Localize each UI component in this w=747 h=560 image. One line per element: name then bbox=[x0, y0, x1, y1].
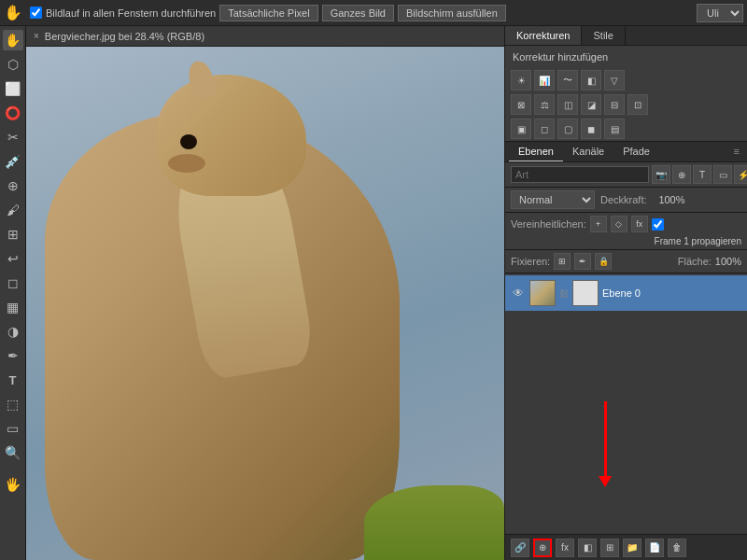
new-layer-btn[interactable]: ⊕ bbox=[533, 539, 552, 557]
unify-position-icon[interactable]: + bbox=[590, 216, 607, 232]
filter-adjust-icon[interactable]: ⊕ bbox=[672, 165, 691, 184]
select-tool[interactable]: ⬡ bbox=[3, 54, 23, 75]
corr-invert[interactable]: ▣ bbox=[511, 119, 531, 139]
tab-kanaele[interactable]: Kanäle bbox=[563, 142, 613, 161]
corr-posterize[interactable]: ◻ bbox=[534, 119, 555, 139]
corr-hsl[interactable]: ⊠ bbox=[511, 94, 531, 115]
corr-blackwhite[interactable]: ◫ bbox=[557, 94, 578, 115]
corrections-icons-row2: ⊠ ⚖ ◫ ◪ ⊟ ⊡ bbox=[505, 92, 747, 117]
llama-nose bbox=[168, 154, 205, 173]
tab-ebenen[interactable]: Ebenen bbox=[509, 142, 563, 161]
fill-value: 100% bbox=[715, 256, 741, 267]
layers-blending-row: Normal Deckkraft: 100% bbox=[505, 188, 747, 213]
bildlauf-checkbox[interactable] bbox=[30, 7, 42, 19]
text-tool[interactable]: T bbox=[3, 370, 23, 390]
corr-curves[interactable]: 〜 bbox=[557, 70, 578, 91]
corr-collorlookup[interactable]: ⊡ bbox=[627, 94, 648, 115]
rect-select-tool[interactable]: ⬜ bbox=[3, 78, 23, 99]
delete-layer-btn[interactable]: 🗑 bbox=[668, 539, 686, 557]
clone-tool[interactable]: ⊞ bbox=[3, 224, 23, 245]
shape-tool[interactable]: ▭ bbox=[3, 418, 23, 439]
propagate-checkbox[interactable] bbox=[652, 218, 664, 231]
llama-eye bbox=[180, 134, 197, 149]
main-layout: ✋ ⬡ ⬜ ⭕ ✂ 💉 ⊕ 🖌 ⊞ ↩ ◻ ▦ ◑ ✒ T ⬚ ▭ 🔍 🖐 × … bbox=[0, 26, 747, 560]
filter-smart-icon[interactable]: ⚡ bbox=[734, 165, 747, 184]
unify-label: Vereinheitlichen: bbox=[511, 218, 586, 230]
canvas-title: Bergviecher.jpg bei 28.4% (RGB/8) bbox=[45, 31, 204, 42]
link-layers-btn[interactable]: 🔗 bbox=[511, 539, 529, 557]
layers-panel-menu[interactable]: ≡ bbox=[730, 142, 743, 161]
lock-pixels-icon[interactable]: ⊞ bbox=[554, 253, 571, 270]
corr-vibrance[interactable]: ▽ bbox=[604, 70, 625, 91]
canvas-content[interactable] bbox=[26, 47, 504, 560]
layer-style-btn[interactable]: fx bbox=[556, 539, 574, 557]
adjustment-btn[interactable]: ⊞ bbox=[600, 539, 619, 557]
dodge-tool[interactable]: ◑ bbox=[3, 321, 23, 342]
gradient-tool[interactable]: ▦ bbox=[3, 297, 23, 317]
eraser-tool[interactable]: ◻ bbox=[3, 273, 23, 293]
tab-pfade[interactable]: Pfade bbox=[613, 142, 659, 161]
full-image-button[interactable]: Ganzes Bild bbox=[322, 5, 394, 21]
canvas-close-btn[interactable]: × bbox=[34, 31, 39, 41]
llama-image bbox=[26, 47, 504, 560]
lasso-tool[interactable]: ⭕ bbox=[3, 103, 23, 123]
layer-visibility-toggle[interactable]: 👁 bbox=[511, 286, 526, 301]
new-layer-create-btn[interactable]: 📄 bbox=[645, 539, 664, 557]
grass bbox=[364, 485, 504, 560]
pen-tool[interactable]: ✒ bbox=[3, 345, 23, 366]
llama-head bbox=[157, 75, 306, 196]
eyedropper-tool[interactable]: 💉 bbox=[3, 151, 23, 172]
corr-brightness[interactable]: ☀ bbox=[511, 70, 531, 91]
layers-lock-row: Fixieren: ⊞ ✒ 🔒 Fläche: 100% bbox=[505, 250, 747, 273]
tab-stile[interactable]: Stile bbox=[582, 26, 625, 45]
unify-style-icon[interactable]: ◇ bbox=[611, 216, 627, 232]
layer-item[interactable]: 👁 ⛓ Ebene 0 bbox=[505, 275, 747, 311]
hand-pan-tool[interactable]: 🖐 bbox=[3, 474, 23, 495]
corr-levels[interactable]: 📊 bbox=[534, 70, 555, 91]
unify-fx-icon[interactable]: fx bbox=[631, 216, 648, 232]
user-dropdown[interactable]: Uli bbox=[697, 4, 743, 22]
corr-threshold[interactable]: ▢ bbox=[557, 119, 578, 139]
layers-unify-row: Vereinheitlichen: + ◇ fx Frame 1 propagi… bbox=[505, 213, 747, 250]
layers-panel: Ebenen Kanäle Pfade ≡ 📷 ⊕ T ▭ ⚡ ○ bbox=[505, 142, 747, 560]
frame-propagate-label: Frame 1 propagieren bbox=[655, 236, 741, 246]
crop-tool[interactable]: ✂ bbox=[3, 127, 23, 147]
bildlauf-label: Bildlauf in allen Fenstern durchführen bbox=[46, 7, 216, 19]
lock-position-icon[interactable]: 🔒 bbox=[595, 253, 612, 270]
corr-channelmix[interactable]: ⊟ bbox=[604, 94, 625, 115]
corrections-title: Korrektur hinzufügen bbox=[505, 46, 747, 68]
corr-colorbalance[interactable]: ⚖ bbox=[534, 94, 555, 115]
canvas-area: × Bergviecher.jpg bei 28.4% (RGB/8) bbox=[26, 26, 504, 560]
actual-pixels-button[interactable]: Tatsächliche Pixel bbox=[219, 5, 317, 21]
layer-search-input[interactable] bbox=[511, 166, 649, 183]
right-panel: Korrekturen Stile Korrektur hinzufügen ☀… bbox=[504, 26, 747, 560]
filter-type-icon[interactable]: T bbox=[693, 165, 712, 184]
filter-shape-icon[interactable]: ▭ bbox=[713, 165, 732, 184]
mask-btn[interactable]: ◧ bbox=[578, 539, 597, 557]
corr-selectivecolor[interactable]: ▤ bbox=[604, 119, 625, 139]
zoom-tool[interactable]: 🔍 bbox=[3, 442, 23, 463]
corrections-tabs: Korrekturen Stile bbox=[505, 26, 747, 46]
move-tool[interactable]: ✋ bbox=[3, 30, 23, 50]
layer-list: 👁 ⛓ Ebene 0 bbox=[505, 273, 747, 534]
tab-korrekturen[interactable]: Korrekturen bbox=[505, 26, 582, 45]
corr-photofilter[interactable]: ◪ bbox=[581, 94, 601, 115]
spot-heal-tool[interactable]: ⊕ bbox=[3, 175, 23, 196]
layer-thumbnail bbox=[529, 280, 556, 306]
lock-paint-icon[interactable]: ✒ bbox=[574, 253, 591, 270]
layers-tabs: Ebenen Kanäle Pfade ≡ bbox=[505, 142, 747, 162]
corr-exposure[interactable]: ◧ bbox=[581, 70, 601, 91]
layer-mask-thumbnail bbox=[572, 280, 599, 306]
brush-tool[interactable]: 🖌 bbox=[3, 200, 23, 220]
fill-screen-button[interactable]: Bildschirm ausfüllen bbox=[398, 5, 506, 21]
history-tool[interactable]: ↩ bbox=[3, 248, 23, 269]
corr-gradientmap[interactable]: ◼ bbox=[581, 119, 601, 139]
layers-controls: 📷 ⊕ T ▭ ⚡ ○ bbox=[505, 162, 747, 188]
group-btn[interactable]: 📁 bbox=[623, 539, 641, 557]
lock-label: Fixieren: bbox=[511, 256, 550, 267]
hand-tool-icon[interactable]: ✋ bbox=[4, 4, 22, 21]
blend-mode-select[interactable]: Normal bbox=[511, 190, 595, 209]
filter-pixel-icon[interactable]: 📷 bbox=[652, 165, 670, 184]
path-tool[interactable]: ⬚ bbox=[3, 394, 23, 414]
layer-chain-icon[interactable]: ⛓ bbox=[559, 288, 569, 299]
